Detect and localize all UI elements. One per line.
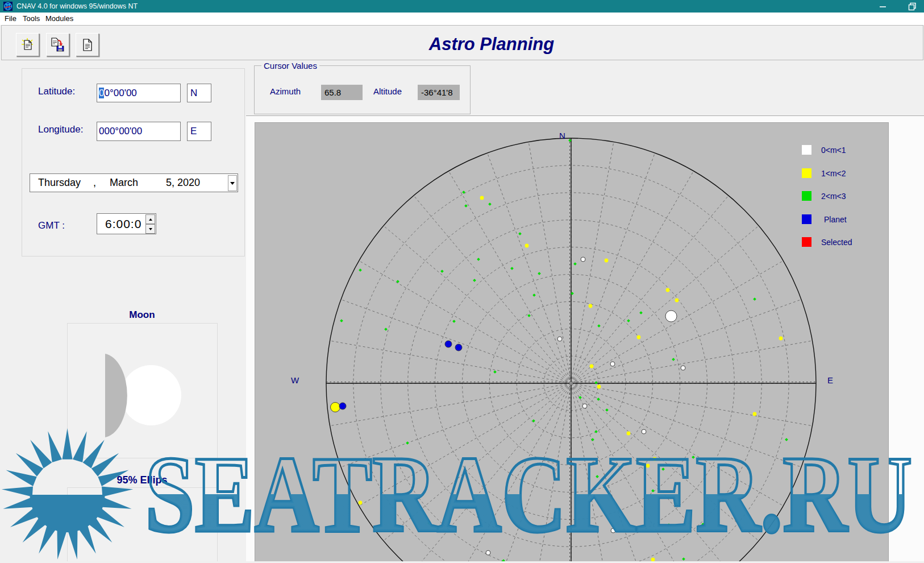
star-dot: [596, 475, 599, 478]
star-dot: [753, 412, 757, 416]
date-dropdown-button[interactable]: [228, 175, 237, 191]
star-dot: [591, 438, 594, 441]
restore-button[interactable]: [902, 0, 922, 13]
legend-swatch: [802, 191, 811, 201]
star-dot: [605, 408, 609, 412]
azimuth-spoke: [571, 300, 801, 383]
azimuth-spoke: [359, 383, 571, 506]
star-dot: [331, 403, 340, 412]
altitude-label: Altitude: [373, 86, 402, 96]
star-dot: [639, 311, 643, 314]
minimize-button[interactable]: [873, 0, 892, 13]
menu-bar: File Tools Modules: [0, 13, 924, 25]
gmt-spin-up-button[interactable]: [145, 214, 155, 224]
longitude-label: Longitude:: [38, 124, 83, 135]
star-dot: [611, 528, 615, 533]
star-dot: [589, 304, 593, 308]
star-dot: [493, 370, 497, 374]
star-dot: [675, 299, 679, 303]
title-bar[interactable]: CNAV 4.0 for windows 95/windows NT: [0, 0, 924, 13]
planet-dot: [339, 403, 346, 409]
report-document-icon: [81, 38, 94, 52]
gmt-label: GMT :: [38, 220, 65, 231]
star-dot: [661, 467, 665, 471]
star-dot: [665, 311, 677, 322]
arrow-down-icon: [149, 228, 152, 230]
azimuth-spoke: [528, 383, 571, 562]
star-dot: [525, 244, 529, 248]
star-dot: [582, 404, 587, 408]
toolbar-button-export[interactable]: [46, 33, 69, 56]
app-window: { "window": { "title": "CNAV 4.0 for win…: [0, 0, 924, 563]
compass-west-label: W: [291, 375, 299, 385]
menu-tools[interactable]: Tools: [23, 13, 40, 25]
star-dot: [359, 501, 363, 505]
star-dot: [578, 396, 582, 399]
planet-dot: [455, 344, 462, 351]
chart-center-marker: [569, 382, 573, 385]
star-dot: [452, 320, 456, 323]
star-dot: [527, 314, 531, 317]
star-dot: [359, 268, 362, 272]
gmt-spin-down-button[interactable]: [145, 224, 155, 234]
latitude-value: 0°00'00: [104, 88, 136, 98]
toolbar-button-new[interactable]: [16, 33, 39, 56]
star-dot: [779, 337, 783, 341]
star-dot: [597, 398, 600, 401]
star-dot: [440, 270, 444, 273]
azimuth-spoke: [571, 153, 655, 383]
legend-swatch: [802, 168, 811, 178]
star-dot: [594, 430, 598, 433]
star-dot: [427, 521, 431, 525]
latitude-hemisphere-input[interactable]: N: [187, 84, 211, 102]
star-dot: [406, 441, 409, 445]
azimuth-spoke: [571, 383, 729, 562]
star-dot: [510, 267, 514, 270]
star-dot: [637, 336, 641, 340]
legend-label: 2<m<3: [821, 192, 846, 201]
menu-modules[interactable]: Modules: [45, 13, 73, 25]
star-dot: [597, 324, 601, 328]
moon-phase-panel: [67, 323, 218, 458]
star-dot: [672, 358, 675, 361]
star-dot: [538, 272, 541, 275]
star-dot: [646, 464, 650, 468]
date-comma: ,: [93, 174, 96, 192]
moon-title: Moon: [85, 309, 199, 321]
star-dot: [532, 293, 536, 297]
azimuth-spoke: [571, 142, 614, 383]
legend-label: Selected: [821, 238, 852, 247]
moon-illumination-caption: 95% Ellips: [74, 474, 210, 486]
star-dot: [581, 257, 585, 262]
legend-label: 1<m<2: [821, 169, 846, 178]
azimuth-spoke: [571, 196, 729, 383]
compass-north-label: N: [559, 131, 565, 140]
star-dot: [610, 362, 615, 366]
latitude-input[interactable]: 00°00'00: [97, 84, 181, 102]
longitude-input[interactable]: 000°00'00: [97, 122, 181, 141]
date-combobox[interactable]: Thursday , March 5, 2020: [30, 173, 238, 192]
star-dot: [753, 297, 756, 301]
star-dot: [666, 288, 670, 292]
star-dot: [488, 202, 492, 206]
gmt-spinner[interactable]: 6:00:0: [97, 213, 156, 234]
planet-dot: [445, 341, 452, 347]
star-dot: [486, 550, 490, 555]
date-day-year: 5, 2020: [166, 174, 200, 192]
star-dot: [682, 557, 685, 561]
star-dot: [597, 385, 601, 389]
star-dot: [573, 262, 577, 266]
star-dot: [642, 429, 646, 434]
star-dot: [605, 259, 609, 263]
sky-chart[interactable]: [255, 122, 889, 562]
cursor-values-group: Cursor Values Azimuth 65.8 Altitude -36°…: [254, 65, 471, 114]
longitude-hemisphere-input[interactable]: E: [187, 122, 211, 141]
star-dot: [701, 523, 705, 526]
restore-icon: [908, 2, 917, 11]
azimuth-spoke: [330, 341, 571, 383]
sky-chart-plot: [255, 123, 888, 562]
menu-file[interactable]: File: [5, 13, 16, 25]
azimuth-spoke: [571, 341, 812, 383]
star-dot: [674, 502, 677, 506]
toolbar-button-report[interactable]: [76, 33, 99, 56]
